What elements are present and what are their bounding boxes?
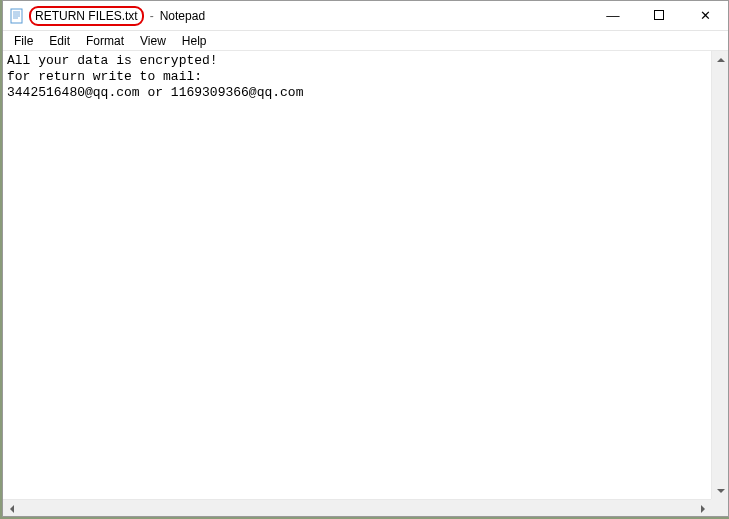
maximize-icon [654,8,664,23]
close-button[interactable]: ✕ [682,1,728,30]
menu-help[interactable]: Help [175,33,214,49]
horizontal-scrollbar[interactable] [3,499,711,516]
menu-edit[interactable]: Edit [42,33,77,49]
scroll-up-arrow[interactable] [712,51,729,68]
menu-format[interactable]: Format [79,33,131,49]
bottom-scroll-row [3,499,728,516]
hscroll-track[interactable] [20,500,694,516]
scroll-down-arrow[interactable] [712,482,729,499]
close-icon: ✕ [700,8,711,23]
notepad-window: RETURN FILES.txt - Notepad — ✕ File Edit… [2,0,729,517]
menu-view[interactable]: View [133,33,173,49]
minimize-icon: — [606,8,619,23]
titlebar[interactable]: RETURN FILES.txt - Notepad — ✕ [3,1,728,31]
titlebar-left: RETURN FILES.txt - Notepad [3,6,590,26]
menu-file[interactable]: File [7,33,40,49]
title-separator: - [148,9,156,23]
vertical-scrollbar[interactable] [711,51,728,499]
filename-highlight: RETURN FILES.txt [29,6,144,26]
text-content[interactable]: All your data is encrypted! for return w… [3,51,711,499]
menubar: File Edit Format View Help [3,31,728,51]
window-controls: — ✕ [590,1,728,30]
minimize-button[interactable]: — [590,1,636,30]
scroll-corner [711,499,728,516]
maximize-button[interactable] [636,1,682,30]
scroll-left-arrow[interactable] [3,500,20,517]
svg-rect-5 [655,11,664,20]
app-name: Notepad [160,9,205,23]
scroll-right-arrow[interactable] [694,500,711,517]
editor-area: All your data is encrypted! for return w… [3,51,728,499]
notepad-icon [9,8,25,24]
